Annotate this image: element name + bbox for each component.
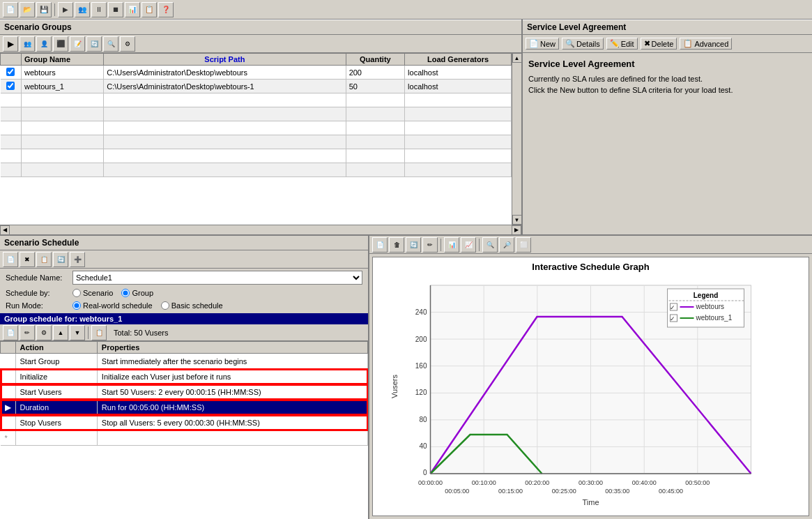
run-mode-radios: Real-world schedule Basic schedule <box>72 301 223 310</box>
sla-edit-btn[interactable]: ✏️ Edit <box>606 38 638 50</box>
row1-name: webtours <box>22 66 104 80</box>
table-row <box>1 163 512 177</box>
svg-text:Vusers: Vusers <box>390 375 399 398</box>
graph-del-btn[interactable]: 🗑 <box>389 237 404 253</box>
radio-realworld[interactable]: Real-world schedule <box>72 301 153 310</box>
action-row-start-group[interactable]: Start Group Start immediately after the … <box>1 354 368 369</box>
graph-line-btn[interactable]: 📈 <box>461 237 476 253</box>
add-indicator: * <box>1 430 16 446</box>
sla-toolbar: 📄 New 🔍 Details ✏️ Edit ✖ Delete 📋 <box>523 35 812 53</box>
help-btn[interactable]: ❓ <box>158 2 174 17</box>
svg-text:160: 160 <box>415 362 427 370</box>
table-row <box>1 135 512 149</box>
action-row-duration[interactable]: ▶ Duration Run for 00:05:00 (HH:MM:SS) <box>1 400 368 415</box>
action-row-stop-vusers[interactable]: Stop Vusers Stop all Vusers: 5 every 00:… <box>1 415 368 430</box>
graph-zoomin-btn[interactable]: 🔍 <box>482 237 498 253</box>
stop-btn[interactable]: ⏹ <box>108 2 123 17</box>
sla-new-btn[interactable]: 📄 New <box>526 38 559 50</box>
sg-filter-btn[interactable]: 🔍 <box>103 36 118 52</box>
svg-text:00:05:00: 00:05:00 <box>445 488 469 495</box>
schedule-toolbar: 📄 ✖ 📋 🔄 ➕ <box>0 250 368 269</box>
props-initialize: Initialize each Vuser just before it run… <box>97 369 367 384</box>
graph-sep2 <box>479 239 480 251</box>
group-schedule-header: Group schedule for: webtours_1 <box>0 313 368 324</box>
svg-text:00:00:00: 00:00:00 <box>418 479 443 486</box>
sg-run-btn[interactable]: ▶ <box>3 36 18 52</box>
bottom-section: Scenario Schedule 📄 ✖ 📋 🔄 ➕ Schedule Nam… <box>0 236 812 519</box>
sla-details-btn[interactable]: 🔍 Details <box>562 38 604 50</box>
row2-qty: 50 <box>346 80 404 93</box>
gs-down-btn[interactable]: ▼ <box>70 325 85 340</box>
graph-toolbar: 📄 🗑 🔄 ✏ 📊 📈 🔍 🔎 ⬜ <box>369 236 812 254</box>
svg-text:00:30:00: 00:30:00 <box>579 479 603 486</box>
schedule-by-radios: Scenario Group <box>72 289 153 297</box>
sg-vusers-btn[interactable]: 👥 <box>20 36 35 52</box>
sg-red-btn[interactable]: ⬛ <box>53 36 68 52</box>
new-icon: 📄 <box>529 39 539 48</box>
save-btn[interactable]: 💾 <box>36 2 52 17</box>
graph-bar-btn[interactable]: 📊 <box>444 237 459 253</box>
gs-up-btn[interactable]: ▲ <box>53 325 68 340</box>
sg-config-btn[interactable]: ⚙ <box>120 36 135 52</box>
sla-text2: Click the New button to define SLA crite… <box>528 86 806 94</box>
action-initialize: Initialize <box>15 369 97 384</box>
vusers-btn[interactable]: 👥 <box>75 2 90 17</box>
monitor-btn[interactable]: 📊 <box>125 2 140 17</box>
advanced-icon: 📋 <box>683 39 693 48</box>
svg-text:40: 40 <box>419 442 427 450</box>
graph-edit-btn[interactable]: ✏ <box>422 237 438 253</box>
row-indicator <box>1 384 16 400</box>
sched-copy-btn[interactable]: 📋 <box>36 252 52 267</box>
sg-script-btn[interactable]: 📝 <box>70 36 85 52</box>
radio-basic[interactable]: Basic schedule <box>161 301 223 310</box>
graph-refresh-btn[interactable]: 🔄 <box>406 237 421 253</box>
gs-sep <box>88 326 89 339</box>
graph-zoomout-btn[interactable]: 🔎 <box>499 237 514 253</box>
action-start-vusers: Start Vusers <box>15 384 97 400</box>
row2-check[interactable] <box>6 82 15 90</box>
sla-advanced-btn[interactable]: 📋 Advanced <box>680 38 732 50</box>
graph-fit-btn[interactable]: ⬜ <box>516 237 531 253</box>
sg-vusers2-btn[interactable]: 👤 <box>36 36 52 52</box>
sched-refresh-btn[interactable]: 🔄 <box>53 252 68 267</box>
row-indicator <box>1 354 16 369</box>
run-btn[interactable]: ▶ <box>58 2 73 17</box>
gs-add-btn[interactable]: 📄 <box>3 325 18 340</box>
sched-new-btn[interactable]: 📄 <box>3 252 18 267</box>
sg-scrollbar-h[interactable]: ◀ ▶ <box>0 225 521 234</box>
row-indicator <box>1 415 16 430</box>
svg-text:200: 200 <box>415 336 427 343</box>
action-stop-vusers: Stop Vusers <box>15 415 97 430</box>
graph-add-btn[interactable]: 📄 <box>372 237 388 253</box>
svg-text:✓: ✓ <box>670 315 675 322</box>
radio-group[interactable]: Group <box>121 289 153 297</box>
schedule-name-select[interactable]: Schedule1 <box>72 271 362 285</box>
results-btn[interactable]: 📋 <box>141 2 157 17</box>
svg-text:Legend: Legend <box>694 292 719 299</box>
schedule-name-label: Schedule Name: <box>6 273 68 282</box>
table-row[interactable]: webtours_1 C:\Users\Administrator\Deskto… <box>1 80 512 93</box>
sg-scrollbar-v[interactable]: ▲ ▼ <box>512 53 521 225</box>
gs-table-btn[interactable]: 📋 <box>91 325 107 340</box>
radio-scenario[interactable]: Scenario <box>72 289 113 297</box>
new-btn[interactable]: 📄 <box>3 2 18 17</box>
scenario-groups-toolbar: ▶ 👥 👤 ⬛ 📝 🔄 🔍 ⚙ <box>0 35 521 53</box>
action-row-start-vusers[interactable]: Start Vusers Start 50 Vusers: 2 every 00… <box>1 384 368 400</box>
svg-text:00:15:00: 00:15:00 <box>498 488 523 495</box>
sched-add-btn[interactable]: ➕ <box>70 252 85 267</box>
edit-icon: ✏️ <box>610 39 620 48</box>
sla-delete-btn[interactable]: ✖ Delete <box>641 38 677 50</box>
sg-refresh-btn[interactable]: 🔄 <box>86 36 102 52</box>
radio-basic-label: Basic schedule <box>171 301 223 310</box>
pause-btn[interactable]: ⏸ <box>91 2 107 17</box>
main-layout: Scenario Groups ▶ 👥 👤 ⬛ 📝 🔄 🔍 ⚙ <box>0 20 812 519</box>
gs-del-btn[interactable]: ⚙ <box>36 325 52 340</box>
table-row[interactable]: webtours C:\Users\Administrator\Desktop\… <box>1 66 512 80</box>
delete-icon: ✖ <box>644 39 650 48</box>
gs-edit-btn[interactable]: ✏ <box>20 325 35 340</box>
action-row-add[interactable]: * <box>1 430 368 446</box>
open-btn[interactable]: 📂 <box>20 2 35 17</box>
sched-del-btn[interactable]: ✖ <box>20 252 35 267</box>
row1-check[interactable] <box>6 68 15 76</box>
action-row-initialize[interactable]: Initialize Initialize each Vuser just be… <box>1 369 368 384</box>
